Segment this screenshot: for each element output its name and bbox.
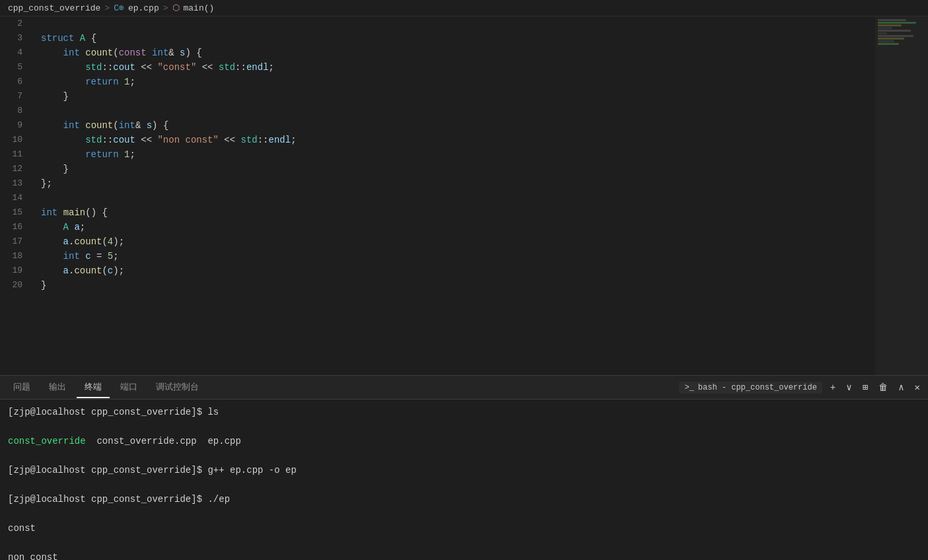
breadcrumb-file[interactable]: ep.cpp	[128, 3, 159, 13]
token-plain: ;	[129, 77, 135, 87]
line-number: 20	[0, 278, 33, 293]
kill-terminal-button[interactable]: 🗑	[876, 381, 890, 394]
table-row: 4 int count(const int& s) {	[0, 46, 928, 60]
table-row: 20}	[0, 278, 928, 293]
token-kw: int	[63, 251, 80, 262]
token-plain: );	[113, 236, 124, 247]
terminal-line: [zjp@localhost cpp_const_override]$ ./ep	[8, 492, 920, 507]
line-content: struct A {	[33, 31, 928, 46]
token-num: 5	[108, 251, 113, 262]
token-kw: int	[63, 120, 80, 131]
panel-tab-问题[interactable]: 问题	[5, 377, 38, 398]
breadcrumb-sep2: >	[163, 3, 168, 13]
token-kw2: const	[119, 48, 147, 58]
breadcrumb-func-icon: ⬡	[172, 3, 180, 13]
token-plain: };	[41, 178, 52, 189]
token-ns: std	[85, 62, 102, 73]
minimap	[875, 17, 928, 375]
token-str: "non const"	[157, 135, 218, 145]
line-content: int main() {	[33, 205, 928, 220]
panel-tab-调试控制台[interactable]: 调试控制台	[148, 377, 207, 398]
token-plain: <<	[196, 62, 219, 73]
token-type: A	[80, 33, 85, 44]
add-terminal-button[interactable]: +	[828, 381, 838, 394]
token-plain: ::	[102, 62, 113, 73]
terminal-content[interactable]: [zjp@localhost cpp_const_override]$ lsco…	[0, 400, 928, 560]
line-number: 6	[0, 75, 33, 89]
token-plain: );	[113, 265, 124, 276]
table-row: 19 a.count(c);	[0, 263, 928, 278]
line-content: a.count(4);	[33, 234, 928, 249]
token-fn: count	[85, 120, 113, 131]
line-content	[33, 17, 928, 31]
bash-label: bash - cpp_const_override	[698, 383, 817, 392]
table-row: 14	[0, 191, 928, 205]
token-kw: int	[41, 207, 57, 218]
token-num: 4	[108, 236, 113, 247]
code-table: 2 3struct A {4 int count(const int& s) {…	[0, 17, 928, 293]
code-area[interactable]: 2 3struct A {4 int count(const int& s) {…	[0, 17, 928, 375]
token-plain	[41, 77, 85, 87]
line-content: return 1;	[33, 147, 928, 162]
token-fn: count	[85, 48, 113, 58]
terminal-icon: >_	[684, 383, 694, 392]
token-plain	[74, 33, 79, 44]
terminal-chevron-button[interactable]: ∨	[843, 380, 854, 394]
line-number: 12	[0, 162, 33, 176]
breadcrumb: cpp_const_override > C⊕ ep.cpp > ⬡ main(…	[0, 0, 928, 17]
table-row: 5 std::cout << "const" << std::endl;	[0, 60, 928, 75]
line-content	[33, 191, 928, 205]
terminal-line: const	[8, 521, 920, 536]
panel-close-button[interactable]: ✕	[912, 380, 923, 394]
token-plain: (	[113, 48, 118, 58]
table-row: 18 int c = 5;	[0, 249, 928, 263]
token-plain: }	[41, 280, 46, 291]
code-editor: 2 3struct A {4 int count(const int& s) {…	[0, 17, 928, 375]
table-row: 11 return 1;	[0, 147, 928, 162]
line-content: int c = 5;	[33, 249, 928, 263]
panel-tab-输出[interactable]: 输出	[41, 377, 74, 398]
bash-session-label[interactable]: >_ bash - cpp_const_override	[679, 382, 822, 394]
token-kw: return	[85, 77, 118, 87]
table-row: 2	[0, 17, 928, 31]
panel-tab-端口[interactable]: 端口	[112, 377, 145, 398]
token-plain: (	[102, 236, 107, 247]
token-var: a	[63, 236, 69, 247]
token-kw: return	[85, 149, 118, 160]
line-number: 11	[0, 147, 33, 162]
line-content: }	[33, 278, 928, 293]
panel-chevron-up-button[interactable]: ∧	[896, 380, 906, 394]
split-terminal-button[interactable]: ⊞	[860, 380, 871, 394]
line-content: A a;	[33, 220, 928, 234]
token-kw: int	[63, 48, 80, 58]
token-plain: ;	[113, 251, 118, 262]
line-number: 14	[0, 191, 33, 205]
token-var: a	[63, 265, 69, 276]
breadcrumb-file-icon: C⊕	[114, 3, 124, 13]
token-plain	[119, 77, 124, 87]
table-row: 16 A a;	[0, 220, 928, 234]
table-row: 8	[0, 104, 928, 118]
panel-tab-终端[interactable]: 终端	[77, 377, 110, 398]
token-plain: &	[135, 120, 147, 131]
token-plain	[119, 149, 124, 160]
table-row: 12 }	[0, 162, 928, 176]
breadcrumb-func: main()	[184, 3, 215, 13]
token-kw: struct	[41, 33, 74, 44]
table-row: 13};	[0, 176, 928, 191]
token-plain	[41, 265, 63, 276]
token-plain: ::	[258, 135, 269, 145]
breadcrumb-sep1: >	[104, 3, 110, 13]
token-plain: (	[113, 120, 118, 131]
token-plain	[41, 120, 63, 131]
token-plain	[41, 62, 85, 73]
token-plain	[41, 149, 85, 160]
token-plain	[57, 207, 63, 218]
token-plain: ::	[102, 135, 113, 145]
line-content: int count(int& s) {	[33, 118, 928, 133]
line-number: 2	[0, 17, 33, 31]
token-fn: count	[74, 236, 102, 247]
token-fn: count	[74, 265, 102, 276]
token-plain	[41, 236, 63, 247]
line-number: 8	[0, 104, 33, 118]
